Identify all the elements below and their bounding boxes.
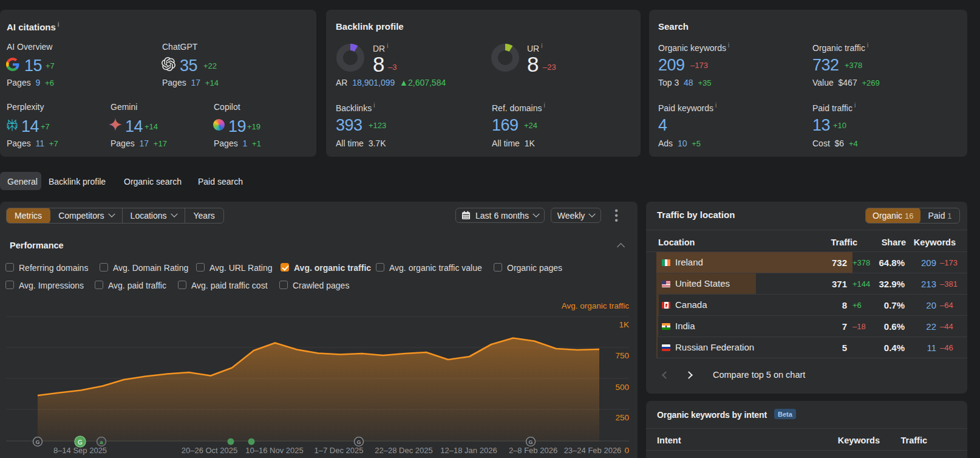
svg-text:G: G — [78, 439, 83, 446]
svg-text:2–8 Feb 2026: 2–8 Feb 2026 — [509, 446, 557, 455]
svg-text:G: G — [528, 439, 533, 445]
svg-text:22–28 Dec 2025: 22–28 Dec 2025 — [375, 446, 432, 455]
svg-text:1–7 Dec 2025: 1–7 Dec 2025 — [315, 446, 364, 455]
svg-text:500: 500 — [615, 383, 629, 392]
svg-text:12–18 Jan 2026: 12–18 Jan 2026 — [440, 446, 497, 455]
svg-text:20–26 Oct 2025: 20–26 Oct 2025 — [182, 446, 238, 455]
svg-text:G: G — [356, 439, 361, 445]
svg-text:G: G — [35, 439, 39, 445]
svg-text:a: a — [100, 439, 103, 445]
svg-text:750: 750 — [615, 351, 629, 360]
svg-text:1K: 1K — [619, 320, 629, 329]
svg-text:10–16 Nov 2025: 10–16 Nov 2025 — [245, 446, 303, 455]
svg-text:23–24 Feb 2026: 23–24 Feb 2026 — [564, 446, 622, 455]
svg-text:0: 0 — [624, 446, 629, 455]
svg-text:250: 250 — [615, 413, 629, 422]
svg-text:Avg. organic traffic: Avg. organic traffic — [562, 301, 630, 310]
